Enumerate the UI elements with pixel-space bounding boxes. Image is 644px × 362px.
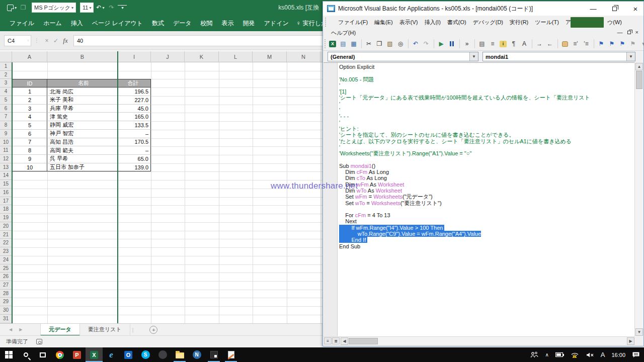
battery-icon[interactable] — [555, 352, 564, 357]
row-header-28[interactable]: 28 — [0, 290, 12, 298]
action-center-icon[interactable] — [632, 351, 640, 358]
toolbar-overflow-button[interactable]: » — [462, 39, 472, 49]
next-bookmark-button[interactable]: ⚑ — [607, 39, 617, 49]
app-dark-square-icon[interactable] — [205, 347, 222, 362]
procedure-dropdown[interactable]: mondai1 ▼ — [482, 52, 635, 61]
row-header-2[interactable]: 2 — [0, 71, 12, 79]
cell[interactable]: 5 — [12, 121, 47, 130]
column-header-I[interactable]: I — [118, 51, 151, 62]
paste-button[interactable]: ▧ — [385, 39, 395, 49]
row-header-20[interactable]: 20 — [0, 222, 12, 231]
qat-paste-table-button[interactable]: ▾ — [7, 3, 17, 13]
cell[interactable]: 8 — [12, 146, 47, 155]
save-button[interactable]: ▦ — [349, 39, 359, 49]
people-icon[interactable] — [530, 351, 538, 358]
mdi-restore-button[interactable] — [627, 31, 631, 34]
cancel-icon[interactable]: × — [42, 37, 51, 44]
new-sheet-button[interactable]: + — [149, 326, 157, 334]
previous-bookmark-button[interactable]: ⚑ — [617, 39, 627, 49]
row-header-30[interactable]: 30 — [0, 306, 12, 315]
row-header-9[interactable]: 9 — [0, 130, 12, 138]
find-button[interactable]: ◎ — [395, 39, 406, 49]
ribbon-tab-1[interactable]: ホーム — [39, 15, 66, 31]
cell[interactable]: 津 篤史 — [47, 113, 118, 121]
column-header-N[interactable]: N — [287, 51, 320, 62]
qat-font-size-select[interactable]: 11▾ — [80, 3, 94, 13]
row-header-7[interactable]: 7 — [0, 113, 12, 121]
object-dropdown[interactable]: (General) ▼ — [328, 52, 478, 61]
procedure-view-button[interactable]: ≡ — [324, 337, 332, 344]
cell[interactable]: 高岡 範夫 — [47, 146, 118, 155]
ribbon-tab-4[interactable]: 数式 — [147, 15, 169, 31]
row-header-3[interactable]: 3 — [0, 79, 12, 87]
ime-mode-icon[interactable]: A — [601, 351, 605, 358]
qat-copy-button[interactable]: ❐ — [19, 3, 28, 13]
row-header-4[interactable]: 4 — [0, 87, 12, 96]
mdi-minimize-button[interactable]: — — [617, 29, 623, 35]
row-header-18[interactable]: 18 — [0, 205, 12, 214]
sheet-tab-要注意リスト[interactable]: 要注意リスト — [80, 324, 130, 336]
qat-font-select[interactable]: MS Pゴシック▾ — [32, 3, 76, 13]
ribbon-tab-9[interactable]: アドイン — [260, 15, 293, 31]
sheet-nav-arrows[interactable]: ◀▶ — [9, 327, 29, 332]
clear-bookmarks-button[interactable]: ⚑ — [628, 39, 638, 49]
insert-function-icon[interactable]: fx — [60, 37, 70, 45]
internet-explorer-icon[interactable]: e — [103, 347, 120, 362]
menu-item[interactable]: 挿入(I) — [424, 19, 440, 25]
column-header-J[interactable]: J — [151, 51, 185, 62]
row-header-27[interactable]: 27 — [0, 281, 12, 290]
copy-button[interactable]: ❐ — [374, 39, 384, 49]
cell[interactable]: ID — [12, 79, 47, 87]
row-header-10[interactable]: 10 — [0, 138, 12, 147]
insert-userform-button[interactable]: ▤ — [338, 39, 348, 49]
cut-button[interactable]: ✂ — [364, 39, 374, 49]
cell[interactable]: 4 — [12, 113, 47, 121]
vba-title-bar[interactable]: Microsoft Visual Basic for Applications … — [323, 2, 643, 16]
code-margin[interactable] — [324, 63, 338, 336]
ribbon-tab-2[interactable]: 挿入 — [66, 15, 88, 31]
row-header-23[interactable]: 23 — [0, 247, 12, 256]
code-editor[interactable]: Option Explicit'No.005 - 問題''[1]'シート「元デー… — [324, 62, 635, 336]
row-header-12[interactable]: 12 — [0, 155, 12, 163]
row-header-24[interactable]: 24 — [0, 256, 12, 264]
cell[interactable]: 高知 昌浩 — [47, 138, 118, 147]
row-header-25[interactable]: 25 — [0, 264, 12, 273]
cell[interactable]: 兵庫 早希 — [47, 105, 118, 113]
notepad-icon[interactable] — [222, 347, 239, 362]
horizontal-scrollbar[interactable]: ≡ ≣ ◀ ▶ — [324, 336, 635, 345]
view-excel-button[interactable]: X — [328, 39, 338, 49]
row-header-11[interactable]: 11 — [0, 146, 12, 155]
row-header-21[interactable]: 21 — [0, 231, 12, 239]
task-view-button[interactable] — [34, 347, 51, 362]
volume-muted-icon[interactable] — [586, 352, 594, 358]
cell[interactable]: 10 — [12, 163, 47, 172]
enter-icon[interactable]: ✓ — [51, 37, 60, 44]
menu-item[interactable]: デバッグ(D) — [473, 19, 503, 25]
outdent-button[interactable]: ← — [545, 39, 555, 49]
uncomment-block-button[interactable]: '≡ — [581, 39, 591, 49]
ribbon-tab-file[interactable]: ファイル — [5, 15, 39, 31]
list-constants-button[interactable]: ≡ — [488, 39, 498, 49]
row-header-1[interactable]: 1 — [0, 62, 12, 71]
full-module-view-button[interactable]: ≣ — [332, 337, 340, 344]
column-header-A[interactable]: A — [12, 51, 47, 62]
row-header-15[interactable]: 15 — [0, 180, 12, 189]
row-header-26[interactable]: 26 — [0, 273, 12, 281]
close-button[interactable]: × — [631, 5, 639, 13]
menu-item[interactable]: ファイル(F) — [338, 19, 368, 25]
row-header-31[interactable]: 31 — [0, 315, 12, 323]
toggle-breakpoint-button[interactable] — [560, 39, 570, 49]
cell[interactable]: 名前 — [47, 79, 118, 87]
row-header-29[interactable]: 29 — [0, 298, 12, 306]
column-header-K[interactable]: K — [185, 51, 219, 62]
cell[interactable]: 139.0 — [118, 163, 151, 172]
menu-item[interactable]: 表示(V) — [399, 19, 418, 25]
cell[interactable]: – — [118, 130, 151, 138]
start-button[interactable] — [0, 347, 17, 362]
row-header-5[interactable]: 5 — [0, 96, 12, 105]
scroll-right-button[interactable]: ▶ — [627, 337, 634, 345]
edit-toolbar-overflow[interactable]: ▾ — [638, 39, 644, 49]
row-header-19[interactable]: 19 — [0, 214, 12, 222]
cell[interactable]: 呉 早希 — [47, 155, 118, 163]
scroll-left-button[interactable]: ◀ — [341, 337, 348, 345]
